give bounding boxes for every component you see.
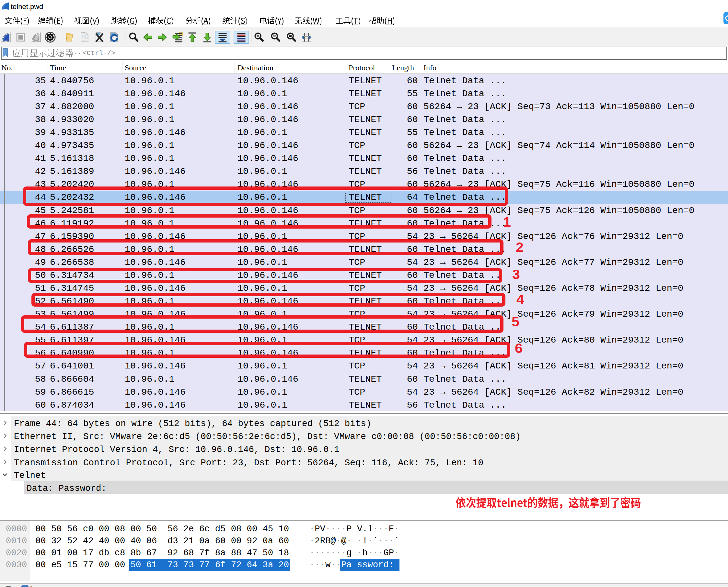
svg-text:0111: 0111 — [82, 39, 88, 42]
